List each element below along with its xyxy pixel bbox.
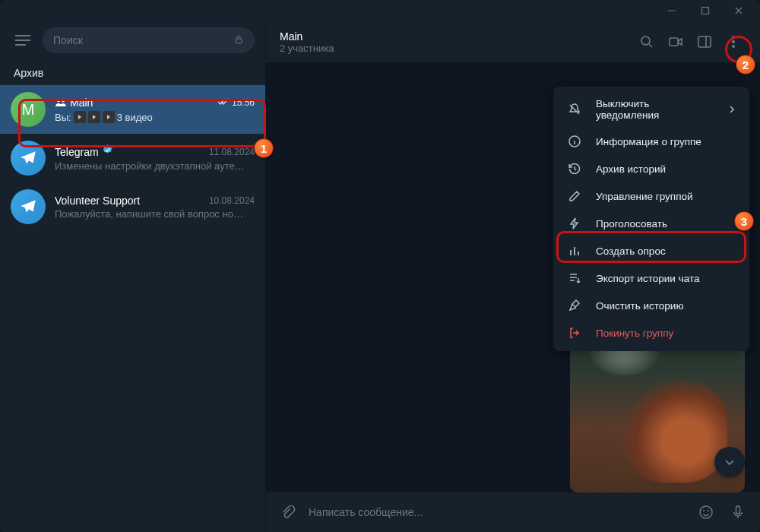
chat-subtitle: 2 участника bbox=[280, 43, 623, 54]
chat-name: Volunteer Support bbox=[55, 195, 140, 207]
chat-panel: Main 2 участника Написать сообщение... bbox=[266, 21, 760, 532]
chat-name: Main bbox=[70, 97, 93, 109]
chat-preview: Изменены настройки двухэтапной ауте… bbox=[55, 160, 255, 172]
titlebar bbox=[0, 0, 760, 21]
menu-leave[interactable]: Покинуть группу bbox=[553, 319, 749, 347]
svg-rect-6 bbox=[698, 36, 711, 47]
info-icon bbox=[567, 135, 582, 148]
mute-icon bbox=[567, 103, 582, 116]
sidepanel-icon[interactable] bbox=[692, 29, 717, 55]
svg-rect-0 bbox=[702, 8, 709, 14]
menu-info[interactable]: Информация о группе bbox=[553, 128, 749, 155]
minimize-button[interactable] bbox=[657, 0, 687, 21]
chat-time: 11.08.2024 bbox=[209, 147, 255, 157]
svg-point-2 bbox=[57, 99, 60, 102]
svg-point-12 bbox=[708, 510, 709, 511]
svg-rect-5 bbox=[670, 38, 678, 46]
menu-mute[interactable]: Выключить уведомления bbox=[553, 91, 749, 128]
close-button[interactable] bbox=[724, 0, 754, 21]
video-thumb-icon bbox=[74, 111, 86, 123]
chat-title: Main bbox=[280, 30, 623, 43]
emoji-icon[interactable] bbox=[695, 501, 717, 524]
chat-item-main[interactable]: M Main 15:56 Вы: bbox=[0, 85, 265, 134]
message-input[interactable]: Написать сообщение... bbox=[309, 506, 686, 518]
svg-rect-13 bbox=[736, 506, 740, 514]
bolt-icon bbox=[567, 217, 582, 230]
chat-time: 10.08.2024 bbox=[209, 195, 255, 206]
chat-list: M Main 15:56 Вы: bbox=[0, 85, 265, 532]
menu-stories-archive[interactable]: Архив историй bbox=[553, 155, 749, 182]
menu-export[interactable]: Экспорт истории чата bbox=[553, 264, 749, 292]
menu-poll[interactable]: Создать опрос bbox=[553, 237, 749, 264]
more-icon[interactable] bbox=[720, 29, 746, 55]
svg-point-4 bbox=[641, 36, 650, 45]
svg-point-8 bbox=[732, 40, 734, 43]
export-icon bbox=[567, 271, 582, 285]
composer: Написать сообщение... bbox=[266, 492, 760, 532]
svg-point-7 bbox=[732, 36, 734, 38]
sidebar: Поиск Архив M Main 15:56 bbox=[0, 21, 266, 532]
avatar bbox=[11, 141, 46, 176]
chat-name: Telegram bbox=[55, 146, 99, 158]
verified-icon bbox=[102, 144, 113, 159]
video-thumb-icon bbox=[88, 111, 100, 123]
broom-icon bbox=[567, 299, 582, 312]
chat-header-info[interactable]: Main 2 участника bbox=[280, 30, 623, 54]
annotation-badge-2: 2 bbox=[736, 55, 755, 74]
poll-icon bbox=[567, 244, 582, 258]
menu-boost[interactable]: Проголосовать bbox=[553, 210, 749, 237]
call-icon[interactable] bbox=[663, 29, 689, 55]
scroll-down-button[interactable] bbox=[714, 447, 745, 477]
search-icon[interactable] bbox=[634, 29, 660, 55]
chat-header: Main 2 участника bbox=[266, 21, 760, 62]
avatar bbox=[11, 189, 46, 224]
svg-point-9 bbox=[732, 45, 734, 47]
app-window: Поиск Архив M Main 15:56 bbox=[0, 0, 760, 532]
svg-rect-1 bbox=[236, 39, 242, 43]
group-icon bbox=[55, 96, 67, 109]
chat-time: 15:56 bbox=[217, 97, 255, 108]
chat-preview: Вы: 3 видео bbox=[55, 111, 255, 123]
menu-manage[interactable]: Управление группой bbox=[553, 182, 749, 210]
read-icon bbox=[217, 98, 230, 106]
chat-item-telegram[interactable]: Telegram 11.08.2024 Изменены настройки д… bbox=[0, 134, 265, 182]
search-placeholder: Поиск bbox=[53, 34, 83, 46]
history-icon bbox=[567, 162, 582, 176]
annotation-badge-3: 3 bbox=[734, 211, 754, 231]
attach-icon[interactable] bbox=[277, 501, 299, 524]
chat-preview: Пожалуйста, напишите свой вопрос но… bbox=[55, 208, 255, 220]
archive-header: Архив bbox=[0, 59, 265, 85]
lock-icon bbox=[233, 34, 244, 47]
menu-button[interactable] bbox=[11, 28, 35, 52]
avatar: M bbox=[11, 92, 46, 127]
chevron-right-icon bbox=[728, 104, 736, 116]
pencil-icon bbox=[567, 189, 582, 203]
search-input[interactable]: Поиск bbox=[43, 27, 255, 53]
leave-icon bbox=[567, 326, 582, 340]
menu-clear[interactable]: Очистить историю bbox=[553, 292, 749, 319]
voice-icon[interactable] bbox=[727, 501, 749, 524]
svg-point-11 bbox=[703, 510, 705, 511]
annotation-badge-1: 1 bbox=[254, 138, 274, 158]
svg-point-10 bbox=[700, 506, 712, 518]
maximize-button[interactable] bbox=[690, 0, 720, 21]
chat-item-volunteer[interactable]: Volunteer Support 10.08.2024 Пожалуйста,… bbox=[0, 182, 265, 231]
video-thumb-icon bbox=[103, 111, 115, 123]
svg-point-3 bbox=[62, 99, 65, 102]
context-menu: Выключить уведомления Информация о групп… bbox=[553, 87, 749, 351]
